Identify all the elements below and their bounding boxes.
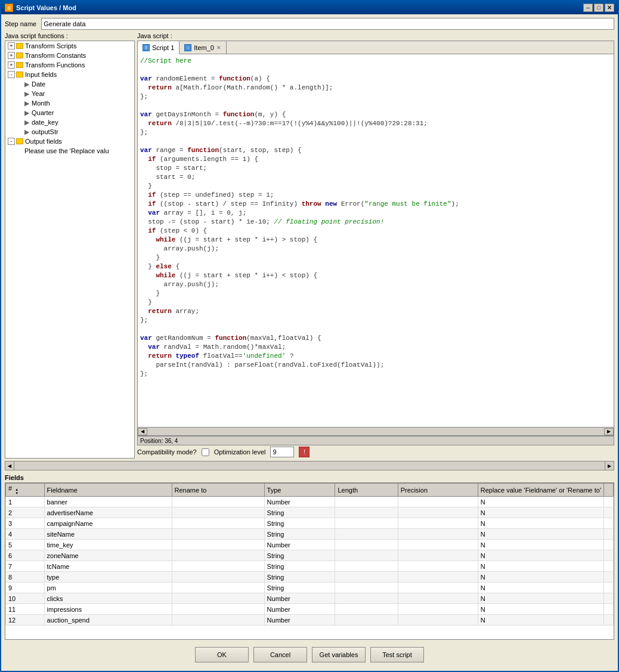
tree-item-date-key[interactable]: ▶ date_key (5, 117, 134, 127)
code-editor[interactable]: //Script here var randomElement = functi… (138, 54, 614, 427)
col-header-num[interactable]: # (6, 484, 45, 497)
cell-num: 5 (6, 540, 45, 550)
tree-item-year[interactable]: ▶ Year (5, 89, 134, 98)
tree-item-quarter[interactable]: ▶ Quarter (5, 108, 134, 117)
cell-length (335, 540, 398, 550)
tree-container[interactable]: + Transform Scripts + Transform Constant… (5, 41, 135, 459)
panel-scroll-left[interactable]: ◀ (5, 461, 14, 470)
cell-precision (398, 497, 478, 507)
cell-num: 4 (6, 529, 45, 540)
cell-precision (398, 507, 478, 518)
cell-type: String (264, 561, 335, 572)
cell-precision (398, 615, 478, 625)
left-panel: Java script functions : + Transform Scri… (5, 32, 135, 459)
main-window: S Script Values / Mod ─ □ ✕ Step name Ja… (0, 0, 619, 672)
maximize-button[interactable]: □ (594, 4, 603, 12)
col-header-replace[interactable]: Replace value 'Fieldname' or 'Rename to' (478, 484, 603, 497)
compat-checkbox[interactable] (202, 448, 209, 456)
expand-icon-input[interactable]: - (8, 71, 15, 78)
cell-fieldname: auction_spend (44, 615, 172, 625)
col-header-fieldname[interactable]: Fieldname (44, 484, 172, 497)
horizontal-scrollbar[interactable]: ◀ ▶ (138, 427, 614, 435)
cell-precision (398, 561, 478, 572)
tree-item-transform-scripts[interactable]: + Transform Scripts (5, 41, 134, 51)
cell-fieldname: zoneName (44, 550, 172, 561)
cell-pad (604, 507, 614, 518)
cell-pad (604, 529, 614, 540)
cell-fieldname: campaignName (44, 518, 172, 529)
cell-fieldname: type (44, 572, 172, 583)
col-header-precision[interactable]: Precision (398, 484, 478, 497)
cell-rename (172, 529, 264, 540)
scroll-right-btn[interactable]: ▶ (604, 428, 614, 435)
table-row: 9 pm String N (6, 583, 614, 593)
col-fieldname-label: Fieldname (47, 487, 78, 494)
cell-replace: N (478, 572, 603, 583)
tree-item-input-fields[interactable]: - Input fields (5, 70, 134, 79)
scroll-left-btn[interactable]: ◀ (138, 428, 147, 435)
tree-item-transform-functions[interactable]: + Transform Functions (5, 60, 134, 70)
tab-close-icon[interactable]: ✕ (216, 45, 221, 51)
cell-fieldname: siteName (44, 529, 172, 540)
table-row: 2 advertiserName String N (6, 507, 614, 518)
cell-type: String (264, 507, 335, 518)
compat-label: Compatibility mode? (137, 448, 197, 456)
tree-item-transform-constants[interactable]: + Transform Constants (5, 51, 134, 60)
tree-item-replace-note: Please use the 'Replace valu (5, 146, 134, 156)
cell-precision (398, 593, 478, 604)
tab-item0[interactable]: I Item_0 ✕ (179, 41, 227, 54)
cell-precision (398, 583, 478, 593)
table-row: 6 zoneName String N (6, 550, 614, 561)
panel-scroll-right[interactable]: ▶ (605, 461, 614, 470)
cell-replace: N (478, 529, 603, 540)
optim-input[interactable] (270, 447, 294, 457)
tree-item-output-fields[interactable]: - Output fields (5, 137, 134, 146)
cell-replace: N (478, 604, 603, 615)
tab-script1[interactable]: S Script 1 (138, 41, 179, 54)
step-name-input[interactable] (41, 18, 614, 30)
test-script-button[interactable]: Test script (370, 647, 424, 662)
cell-num: 8 (6, 572, 45, 583)
col-header-type[interactable]: Type (264, 484, 335, 497)
col-type-label: Type (267, 487, 281, 494)
cell-replace: N (478, 518, 603, 529)
col-header-scrollpad (604, 484, 614, 497)
window-content: Step name Java script functions : + Tran… (1, 14, 618, 671)
tree-item-outputstr[interactable]: ▶ outputStr (5, 127, 134, 137)
tree-item-month[interactable]: ▶ Month (5, 98, 134, 108)
window-icon: S (5, 4, 13, 12)
get-variables-button[interactable]: Get variables (312, 647, 366, 662)
cell-fieldname: banner (44, 497, 172, 507)
expand-icon-functions[interactable]: + (8, 61, 15, 69)
cell-pad (604, 583, 614, 593)
tree-label-month: Month (32, 100, 50, 107)
ok-button[interactable]: OK (195, 647, 249, 662)
tree-label-input: Input fields (25, 71, 57, 78)
expand-icon-output[interactable]: - (8, 138, 15, 145)
tree-label-output: Output fields (25, 138, 62, 145)
expand-icon-scripts[interactable]: + (8, 42, 15, 49)
close-button[interactable]: ✕ (605, 4, 614, 12)
position-text: Position: 36, 4 (140, 438, 178, 444)
cell-num: 12 (6, 615, 45, 625)
cell-replace: N (478, 540, 603, 550)
cell-length (335, 518, 398, 529)
cell-type: String (264, 529, 335, 540)
table-row: 8 type String N (6, 572, 614, 583)
cancel-button[interactable]: Cancel (253, 647, 307, 662)
cell-length (335, 550, 398, 561)
minimize-button[interactable]: ─ (583, 4, 593, 12)
tree-label-date-key: date_key (32, 119, 58, 126)
right-panel-label: Java script : (137, 32, 614, 39)
compat-checkbox-wrap (202, 448, 209, 456)
optim-icon[interactable]: ! (299, 447, 310, 457)
expand-icon-constants[interactable]: + (8, 52, 15, 59)
fields-tbody: 1 banner Number N 2 advertiserName Strin… (6, 497, 614, 625)
tab-script1-label: Script 1 (152, 44, 174, 51)
cell-length (335, 529, 398, 540)
col-header-rename[interactable]: Rename to (172, 484, 264, 497)
col-header-length[interactable]: Length (335, 484, 398, 497)
fields-table-container[interactable]: # Fieldname Rename to Type (5, 482, 614, 640)
cell-pad (604, 497, 614, 507)
tree-item-date[interactable]: ▶ Date (5, 79, 134, 89)
